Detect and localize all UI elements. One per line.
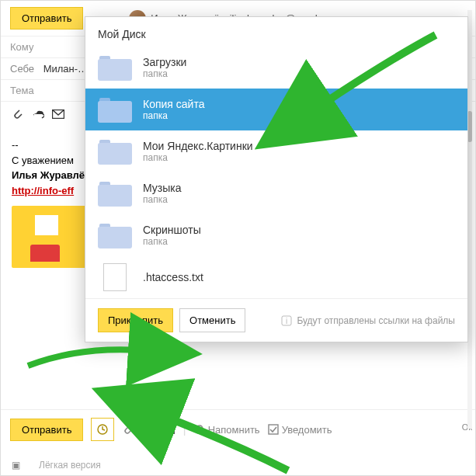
folder-item-zagruzki[interactable]: Загрузкипапка (85, 47, 467, 89)
cancel-button[interactable]: Отменить (179, 308, 245, 332)
info-icon: i (281, 315, 292, 326)
paperclip-icon[interactable] (12, 108, 24, 120)
light-version-link[interactable]: Лёгкая версия (39, 460, 101, 471)
folder-icon (98, 138, 132, 165)
folder-name: Музыка (143, 182, 182, 194)
dialog-title: Мой Диск (85, 17, 467, 47)
folder-item-muzyka[interactable]: Музыкапапка (85, 172, 467, 214)
folder-sub: папка (143, 110, 204, 121)
mail-icon[interactable] (52, 108, 64, 120)
disk-dialog: Мой Диск Загрузкипапка Копия сайтапапка … (85, 16, 468, 342)
folder-item-kartinki[interactable]: Мои Яндекс.Картинкипапка (85, 130, 467, 172)
folder-item-kopiya[interactable]: Копия сайтапапка (85, 89, 467, 130)
cloud-send-icon-footer[interactable] (142, 423, 155, 436)
folder-icon (98, 180, 132, 207)
file-icon (98, 264, 132, 290)
folder-name: Мои Яндекс.Картинки (143, 140, 253, 152)
annotation-arrow (24, 342, 164, 377)
remind-action[interactable]: Напомнить (194, 424, 260, 436)
folder-item-htaccess[interactable]: .htaccess.txt (85, 256, 467, 298)
attach-button[interactable]: Прикрепить (98, 308, 173, 332)
footer: Отправить | Напомнить Уведомить (1, 409, 475, 449)
android-icon[interactable]: ▣ (12, 460, 20, 471)
dialog-note: i Будут отправлены ссылки на файлы (281, 315, 455, 326)
cloud-send-icon[interactable] (32, 108, 44, 120)
folder-sub: папка (143, 194, 182, 205)
to-milan: Милан-… (43, 63, 88, 75)
folder-icon (98, 222, 132, 248)
separator: | (182, 422, 186, 436)
folder-name: Копия сайта (143, 98, 204, 110)
folder-name: Скриншоты (143, 224, 201, 236)
mail-icon-footer[interactable] (162, 423, 175, 436)
send-button-top[interactable]: Отправить (10, 7, 83, 30)
folder-item-skrinshoty[interactable]: Скриншотыпапка (85, 214, 467, 256)
folder-list: Загрузкипапка Копия сайтапапка Мои Яндек… (85, 47, 467, 298)
signature-link[interactable]: http://info-eff (12, 185, 74, 196)
folder-name: Загрузки (143, 56, 186, 68)
folder-icon (98, 54, 132, 81)
dialog-footer: Прикрепить Отменить i Будут отправлены с… (85, 298, 467, 342)
to-self[interactable]: Себе (10, 63, 34, 75)
send-button-bottom[interactable]: Отправить (10, 419, 83, 441)
file-name: .htaccess.txt (143, 271, 203, 283)
svg-text:i: i (286, 317, 287, 325)
subject-label: Тема (10, 85, 41, 96)
check-square-icon (268, 424, 279, 435)
paperclip-icon-footer[interactable] (122, 423, 134, 436)
light-version-row: ▣ Лёгкая версия (12, 460, 101, 471)
folder-sub: папка (143, 236, 201, 247)
folder-sub: папка (143, 152, 253, 163)
svg-rect-3 (269, 425, 278, 434)
folder-sub: папка (143, 68, 186, 79)
to-label: Кому (10, 41, 41, 53)
notify-action[interactable]: Уведомить (268, 424, 332, 436)
folder-icon (98, 96, 132, 123)
bell-icon (194, 424, 205, 435)
schedule-button[interactable] (91, 418, 114, 441)
